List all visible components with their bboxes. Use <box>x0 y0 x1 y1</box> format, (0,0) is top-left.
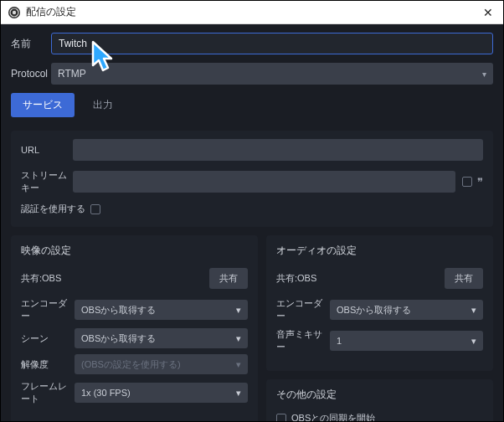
chevron-down-icon: ▾ <box>236 305 241 316</box>
resolution-label: 解像度 <box>21 358 75 371</box>
streamkey-show-checkbox[interactable] <box>462 177 472 187</box>
sync-start-checkbox[interactable] <box>276 414 286 423</box>
quote-icon: ❞ <box>477 176 483 188</box>
name-input[interactable] <box>51 33 493 54</box>
auth-row: 認証を使用する <box>21 203 483 215</box>
url-label: URL <box>21 145 73 155</box>
titlebar: 配信の設定 ✕ <box>1 1 503 24</box>
video-encoder-select[interactable]: OBSから取得する ▾ <box>75 300 248 320</box>
tab-service[interactable]: サービス <box>11 93 75 117</box>
settings-columns: 映像の設定 共有:OBS 共有 エンコーダー OBSから取得する ▾ シーン O… <box>11 235 493 422</box>
video-encoder-label: エンコーダー <box>21 297 75 322</box>
sync-start-label: OBSとの同期を開始 <box>291 412 375 422</box>
audio-share-row: 共有:OBS 共有 <box>276 268 483 289</box>
video-share-label: 共有:OBS <box>21 272 61 285</box>
scene-label: シーン <box>21 332 75 345</box>
svg-point-2 <box>13 10 16 13</box>
protocol-row: Protocol RTMP ▾ <box>11 63 493 85</box>
mixer-label: 音声ミキサー <box>276 328 330 353</box>
name-label: 名前 <box>11 37 51 51</box>
streamkey-input[interactable] <box>73 171 455 193</box>
chevron-down-icon: ▾ <box>236 388 241 399</box>
window-title: 配信の設定 <box>26 5 480 19</box>
chevron-down-icon: ▾ <box>471 305 476 316</box>
chevron-down-icon: ▾ <box>482 69 486 79</box>
auth-checkbox[interactable] <box>90 204 100 214</box>
other-heading: その他の設定 <box>276 388 483 402</box>
sync-start-row: OBSとの同期を開始 <box>276 412 483 422</box>
audio-encoder-label: エンコーダー <box>276 297 330 322</box>
video-heading: 映像の設定 <box>21 244 248 258</box>
audio-share-label: 共有:OBS <box>276 272 316 285</box>
auth-label: 認証を使用する <box>21 203 85 215</box>
right-column: オーディオの設定 共有:OBS 共有 エンコーダー OBSから取得する ▾ 音声… <box>266 235 493 422</box>
chevron-down-icon: ▾ <box>236 359 241 370</box>
tab-output[interactable]: 出力 <box>81 93 125 117</box>
resolution-select[interactable]: (OBSの設定を使用する) ▾ <box>75 354 248 374</box>
audio-heading: オーディオの設定 <box>276 244 483 258</box>
protocol-value: RTMP <box>58 68 86 80</box>
video-section: 映像の設定 共有:OBS 共有 エンコーダー OBSから取得する ▾ シーン O… <box>11 235 258 422</box>
chevron-down-icon: ▾ <box>471 336 476 347</box>
dialog-body: 名前 Protocol RTMP ▾ サービス 出力 URL ストリームキー ❞… <box>1 24 503 422</box>
mixer-select[interactable]: 1 ▾ <box>330 331 483 351</box>
protocol-label: Protocol <box>11 68 51 80</box>
scene-select[interactable]: OBSから取得する ▾ <box>75 328 248 348</box>
tabs: サービス 出力 <box>11 93 493 117</box>
chevron-down-icon: ▾ <box>236 333 241 344</box>
framerate-label: フレームレート <box>21 380 75 405</box>
protocol-select[interactable]: RTMP ▾ <box>51 63 493 85</box>
url-row: URL <box>21 139 483 161</box>
audio-share-button[interactable]: 共有 <box>445 268 483 289</box>
video-share-button[interactable]: 共有 <box>209 268 248 289</box>
url-input[interactable] <box>73 139 483 161</box>
video-share-row: 共有:OBS 共有 <box>21 268 248 289</box>
framerate-select[interactable]: 1x (30 FPS) ▾ <box>75 383 248 403</box>
audio-section: オーディオの設定 共有:OBS 共有 エンコーダー OBSから取得する ▾ 音声… <box>266 235 493 371</box>
other-section: その他の設定 OBSとの同期を開始 OBSとの同期を停止 <box>266 379 493 422</box>
name-row: 名前 <box>11 33 493 54</box>
stream-section: URL ストリームキー ❞ 認証を使用する <box>11 131 493 227</box>
close-icon[interactable]: ✕ <box>480 6 496 19</box>
app-icon <box>8 6 21 19</box>
streamkey-label: ストリームキー <box>21 169 73 194</box>
audio-encoder-select[interactable]: OBSから取得する ▾ <box>330 300 483 320</box>
streamkey-row: ストリームキー ❞ <box>21 169 483 194</box>
